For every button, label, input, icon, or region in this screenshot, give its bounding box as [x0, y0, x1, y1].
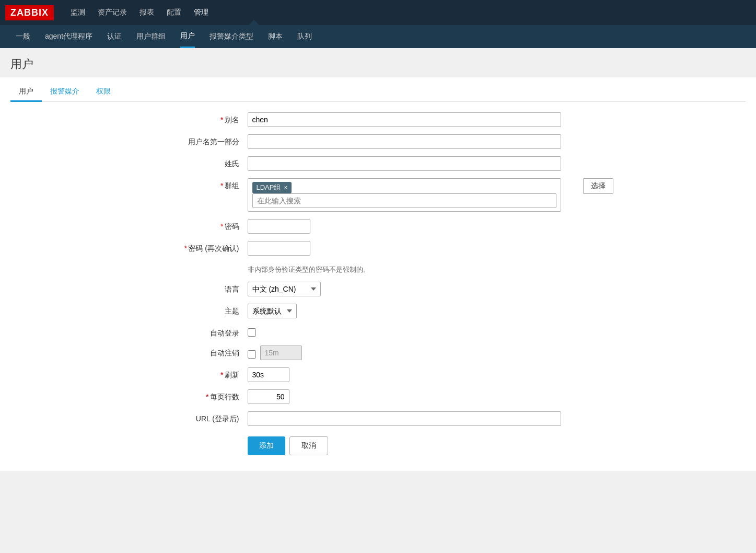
url-control	[248, 411, 613, 426]
nav-assets[interactable]: 资产记录	[98, 8, 127, 17]
group-field[interactable]: LDAP组 ×	[248, 178, 561, 212]
alias-input[interactable]	[248, 112, 561, 127]
password-hint-spacer	[143, 263, 248, 266]
rows-per-page-row: *每页行数	[143, 389, 613, 404]
subnav-usergroups[interactable]: 用户群组	[136, 25, 166, 48]
theme-select[interactable]: 系统默认 蓝色 暗色	[248, 304, 297, 318]
url-input[interactable]	[248, 411, 561, 426]
sub-nav: 一般 agent代理程序 认证 用户群组 用户 报警媒介类型 脚本 队列	[0, 25, 756, 48]
password-required: *	[220, 222, 223, 231]
subnav-media[interactable]: 报警媒介类型	[210, 25, 253, 48]
group-select-button[interactable]: 选择	[583, 178, 613, 194]
alias-required: *	[220, 116, 223, 124]
password-row: *密码	[143, 219, 613, 234]
password-hint: 非内部身份验证类型的密码不是强制的。	[248, 265, 613, 274]
subnav-auth[interactable]: 认证	[107, 25, 122, 48]
tab-alert-media[interactable]: 报警媒介	[42, 83, 88, 102]
page-title: 用户	[10, 57, 33, 71]
tab-user[interactable]: 用户	[10, 83, 42, 102]
lastname-row: 姓氏	[143, 156, 613, 171]
form-actions: 添加 取消	[248, 436, 613, 455]
refresh-row: *刷新	[143, 367, 613, 382]
subnav-scripts[interactable]: 脚本	[268, 25, 283, 48]
password-hint-row: 非内部身份验证类型的密码不是强制的。	[143, 263, 613, 274]
password-confirm-label: *密码 (再次确认)	[143, 241, 248, 254]
cancel-button[interactable]: 取消	[289, 436, 328, 455]
group-search-input[interactable]	[252, 193, 556, 208]
autologout-control	[248, 345, 613, 360]
firstname-control	[248, 134, 613, 149]
group-row: *群组 LDAP组 × 选择	[143, 178, 613, 212]
subnav-users[interactable]: 用户	[180, 25, 195, 48]
user-form: *别名 用户名第一部分 姓氏 *群组	[143, 112, 613, 455]
password-confirm-control	[248, 241, 613, 256]
rows-per-page-control	[248, 389, 613, 404]
rows-per-page-input[interactable]	[248, 389, 289, 404]
theme-control: 系统默认 蓝色 暗色	[248, 304, 613, 318]
autologout-row: 自动注销	[143, 345, 613, 360]
lastname-label: 姓氏	[143, 156, 248, 169]
page-header: 用户	[0, 48, 756, 77]
password-confirm-required: *	[184, 244, 187, 252]
autologin-control	[248, 326, 613, 338]
theme-row: 主题 系统默认 蓝色 暗色	[143, 304, 613, 318]
nav-admin[interactable]: 管理	[194, 8, 208, 17]
lastname-control	[248, 156, 613, 171]
group-tag-remove[interactable]: ×	[284, 184, 287, 191]
language-row: 语言 中文 (zh_CN) English (en_US)	[143, 282, 613, 296]
sub-nav-arrow	[249, 20, 259, 25]
tab-bar: 用户 报警媒介 权限	[10, 77, 746, 102]
password-control	[248, 219, 613, 234]
refresh-control	[248, 367, 613, 382]
language-control: 中文 (zh_CN) English (en_US)	[248, 282, 613, 296]
rows-per-page-label: *每页行数	[143, 389, 248, 402]
theme-label: 主题	[143, 304, 248, 316]
language-select[interactable]: 中文 (zh_CN) English (en_US)	[248, 282, 321, 296]
nav-monitor[interactable]: 监测	[71, 8, 85, 17]
firstname-input[interactable]	[248, 134, 561, 149]
firstname-label: 用户名第一部分	[143, 134, 248, 147]
lastname-input[interactable]	[248, 156, 561, 171]
group-required: *	[220, 181, 223, 190]
nav-config[interactable]: 配置	[167, 8, 181, 17]
language-label: 语言	[143, 282, 248, 294]
subnav-general[interactable]: 一般	[16, 25, 30, 48]
group-label: *群组	[143, 178, 248, 191]
password-input[interactable]	[248, 219, 310, 234]
tab-permissions[interactable]: 权限	[88, 83, 119, 102]
logo[interactable]: ZABBIX	[5, 5, 54, 20]
autologout-value-input[interactable]	[260, 345, 302, 360]
alias-control	[248, 112, 613, 127]
content: 用户 报警媒介 权限 *别名 用户名第一部分 姓氏	[0, 77, 756, 471]
group-tag: LDAP组 ×	[252, 182, 292, 193]
autologout-checkbox[interactable]	[248, 350, 256, 359]
url-row: URL (登录后)	[143, 411, 613, 426]
group-control: LDAP组 ×	[248, 178, 578, 212]
password-confirm-row: *密码 (再次确认)	[143, 241, 613, 256]
nav-reports[interactable]: 报表	[139, 8, 154, 17]
autologin-label: 自动登录	[143, 326, 248, 338]
autologin-row: 自动登录	[143, 326, 613, 338]
autologout-label: 自动注销	[143, 345, 248, 358]
url-label: URL (登录后)	[143, 411, 248, 424]
refresh-required: *	[220, 371, 223, 379]
subnav-queue[interactable]: 队列	[297, 25, 312, 48]
add-button[interactable]: 添加	[248, 436, 285, 455]
password-confirm-input[interactable]	[248, 241, 310, 256]
alias-label: *别名	[143, 112, 248, 125]
group-tag-label: LDAP组	[257, 183, 281, 192]
alias-row: *别名	[143, 112, 613, 127]
refresh-label: *刷新	[143, 367, 248, 380]
firstname-row: 用户名第一部分	[143, 134, 613, 149]
password-label: *密码	[143, 219, 248, 232]
top-nav: ZABBIX 监测 资产记录 报表 配置 管理	[0, 0, 756, 25]
subnav-agent[interactable]: agent代理程序	[45, 25, 92, 48]
refresh-input[interactable]	[248, 367, 289, 382]
autologin-checkbox[interactable]	[248, 328, 256, 337]
rows-per-page-required: *	[206, 393, 208, 401]
